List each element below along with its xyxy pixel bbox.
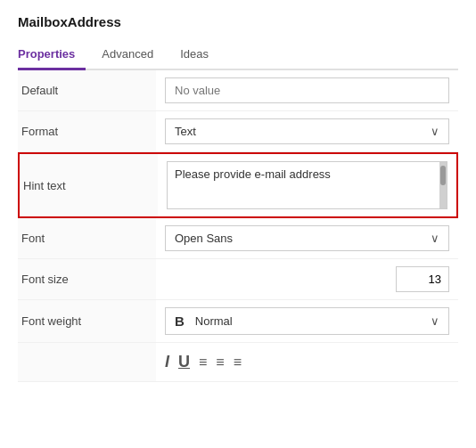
hint-text-value: Please provide e-mail address: [158, 154, 456, 216]
font-size-value: [156, 259, 458, 299]
tabs: Properties Advanced Ideas: [18, 42, 458, 70]
format-dropdown[interactable]: Text ∨: [165, 118, 449, 144]
underline-icon[interactable]: U: [178, 353, 190, 371]
font-dropdown[interactable]: Open Sans ∨: [165, 225, 449, 251]
align-center-icon[interactable]: ≡: [216, 354, 224, 371]
format-value: Text ∨: [156, 111, 458, 151]
hint-text-label: Hint text: [20, 154, 158, 216]
font-weight-row: Font weight B Normal ∨: [18, 300, 458, 343]
tab-ideas[interactable]: Ideas: [180, 42, 219, 70]
format-dropdown-arrow: ∨: [431, 125, 439, 138]
font-size-input[interactable]: [396, 266, 449, 292]
panel: MailboxAddress Properties Advanced Ideas…: [0, 0, 476, 382]
align-right-icon[interactable]: ≡: [234, 354, 242, 371]
format-row: Format Text ∨: [18, 111, 458, 152]
font-size-label: Font size: [18, 259, 156, 299]
font-dropdown-arrow: ∨: [431, 232, 439, 245]
hint-text-row: Hint text Please provide e-mail address: [18, 152, 458, 218]
hint-scrollbar: [439, 162, 447, 208]
default-row: Default: [18, 70, 458, 111]
hint-text-wrap: Please provide e-mail address: [167, 161, 447, 209]
font-value: Open Sans ∨: [156, 218, 458, 258]
align-left-icon[interactable]: ≡: [199, 354, 207, 371]
font-weight-value: B Normal ∨: [156, 300, 458, 342]
font-style-value: I U ≡ ≡ ≡: [156, 343, 458, 381]
default-value: [156, 70, 458, 110]
font-weight-label: Font weight: [18, 300, 156, 342]
tab-properties[interactable]: Properties: [18, 42, 86, 70]
format-dropdown-text: Text: [175, 125, 196, 138]
font-dropdown-text: Open Sans: [175, 232, 233, 245]
italic-icon[interactable]: I: [165, 353, 169, 371]
font-weight-text: Normal: [195, 314, 233, 328]
hint-text-input[interactable]: Please provide e-mail address: [168, 162, 439, 208]
font-style-row: I U ≡ ≡ ≡: [18, 343, 458, 382]
format-label: Format: [18, 111, 156, 151]
font-size-row: Font size: [18, 259, 458, 300]
panel-title: MailboxAddress: [18, 14, 458, 29]
properties-table: Default Format Text ∨ Hint text Please p…: [18, 70, 458, 382]
hint-scrollbar-thumb: [440, 166, 446, 185]
default-label: Default: [18, 70, 156, 110]
font-weight-dropdown[interactable]: B Normal ∨: [165, 307, 449, 335]
tab-advanced[interactable]: Advanced: [102, 42, 164, 70]
bold-icon: B: [175, 314, 185, 329]
font-weight-arrow: ∨: [431, 314, 439, 328]
font-label: Font: [18, 218, 156, 258]
font-style-label: [18, 343, 156, 381]
default-input[interactable]: [165, 77, 449, 103]
font-row: Font Open Sans ∨: [18, 218, 458, 259]
